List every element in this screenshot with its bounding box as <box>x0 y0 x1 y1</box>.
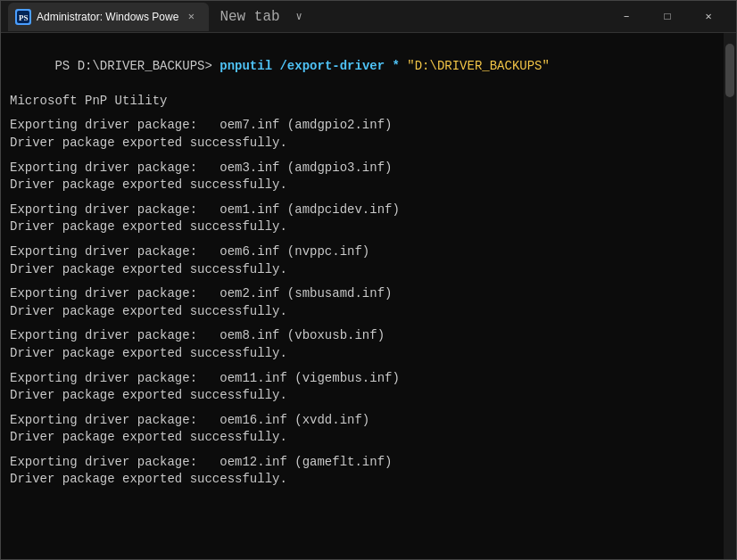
success-line-5: Driver package exported successfully. <box>10 345 727 363</box>
scrollbar-thumb[interactable] <box>725 44 734 97</box>
export-line-2: Exporting driver package: oem1.inf (amdp… <box>10 202 727 219</box>
titlebar: PS Administrator: Windows Powe ✕ New tab… <box>1 1 736 33</box>
close-button[interactable]: ✕ <box>688 1 729 33</box>
svg-text:PS: PS <box>19 13 29 22</box>
success-line-2: Driver package exported successfully. <box>10 218 727 236</box>
command-line: PS D:\DRIVER_BACKUPS> pnputil /export-dr… <box>10 40 727 93</box>
chevron-down-button[interactable]: ∨ <box>291 8 308 25</box>
success-line-8: Driver package exported successfully. <box>10 471 727 489</box>
export-line-4: Exporting driver package: oem2.inf (smbu… <box>10 285 727 303</box>
titlebar-left: PS Administrator: Windows Powe ✕ New tab… <box>8 3 606 31</box>
ps-prompt: PS D:\DRIVER_BACKUPS> <box>54 59 211 73</box>
export-line-0: Exporting driver package: oem7.inf (amdg… <box>10 117 727 135</box>
powershell-icon: PS <box>15 9 31 25</box>
tab-close-button[interactable]: ✕ <box>184 10 198 24</box>
success-line-4: Driver package exported successfully. <box>10 303 727 321</box>
success-line-0: Driver package exported successfully. <box>10 135 727 152</box>
export-line-5: Exporting driver package: oem8.inf (vbox… <box>10 327 727 345</box>
utility-name-line: Microsoft PnP Utility <box>10 93 727 111</box>
terminal-window: PS Administrator: Windows Powe ✕ New tab… <box>0 0 737 560</box>
export-line-1: Exporting driver package: oem3.inf (amdg… <box>10 160 727 177</box>
window-controls: – □ ✕ <box>606 1 729 33</box>
new-tab-button[interactable]: New tab <box>214 7 285 27</box>
scrollbar[interactable] <box>724 33 736 559</box>
export-line-8: Exporting driver package: oem12.inf (gam… <box>10 454 727 472</box>
success-line-3: Driver package exported successfully. <box>10 261 727 279</box>
success-line-7: Driver package exported successfully. <box>10 429 727 447</box>
success-line-6: Driver package exported successfully. <box>10 387 727 405</box>
export-line-7: Exporting driver package: oem16.inf (xvd… <box>10 412 727 430</box>
command-path: "D:\DRIVER_BACKUPS" <box>407 59 550 73</box>
terminal-body[interactable]: PS D:\DRIVER_BACKUPS> pnputil /export-dr… <box>1 33 736 559</box>
minimize-button[interactable]: – <box>606 1 647 33</box>
export-line-6: Exporting driver package: oem11.inf (vig… <box>10 370 727 388</box>
tab-title: Administrator: Windows Powe <box>37 11 178 23</box>
command-tool: pnputil /export-driver * <box>212 59 407 73</box>
export-line-3: Exporting driver package: oem6.inf (nvpp… <box>10 243 727 261</box>
maximize-button[interactable]: □ <box>647 1 688 33</box>
success-line-1: Driver package exported successfully. <box>10 177 727 194</box>
active-tab[interactable]: PS Administrator: Windows Powe ✕ <box>8 3 209 31</box>
driver-entries: Exporting driver package: oem7.inf (amdg… <box>10 117 727 496</box>
